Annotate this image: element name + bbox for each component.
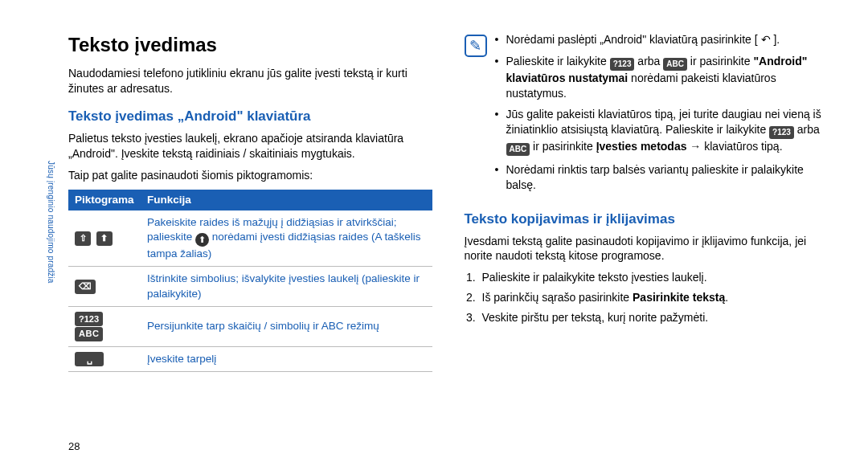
num-inline-icon: ?123 (610, 58, 635, 71)
row4-desc: Įveskite tarpelį (141, 346, 432, 371)
subheading-copy-paste: Teksto kopijavimas ir įklijavimas (465, 210, 829, 229)
backspace-icon: ⌫ (75, 280, 96, 294)
list-item: Norėdami paslėpti „Android" klaviatūrą p… (495, 32, 829, 47)
num-inline-icon-2: ?123 (769, 126, 794, 139)
subheading-android-keyboard: Teksto įvedimas „Android" klaviatūra (68, 108, 432, 126)
side-tab-label: Jūsų įrenginio naudojimo pradžia (47, 161, 55, 284)
list-item: Norėdami rinktis tarp balsės variantų pa… (495, 162, 829, 193)
shift-icon: ⇧ (75, 231, 91, 246)
table-row: ⌫ Ištrinkite simbolius; išvalykite įvest… (68, 267, 432, 306)
step-item: Palieskite ir palaikykite teksto įvestie… (479, 270, 829, 285)
abc-inline-icon-2: ABC (506, 143, 530, 156)
abc-inline-icon: ABC (663, 58, 687, 71)
shift-lock-icon: ⬆ (96, 231, 113, 246)
main-heading: Teksto įvedimas (68, 32, 432, 58)
row1-desc: Pakeiskite raides iš mažųjų į didžiąsias… (141, 210, 432, 267)
row2-desc: Ištrinkite simbolius; išvalykite įvestie… (141, 267, 432, 306)
space-icon: ␣ (75, 352, 104, 366)
table-row: ⇧ ⬆ Pakeiskite raides iš mažųjų į didžią… (68, 210, 432, 267)
step-item: Veskite pirštu per tekstą, kurį norite p… (479, 310, 829, 325)
list-item: Palieskite ir laikykite ?123 arba ABC ir… (495, 54, 829, 101)
android-desc-2: Taip pat galite pasinaudoti šiomis pikto… (68, 168, 432, 183)
note-list: Norėdami paslėpti „Android" klaviatūrą p… (495, 32, 829, 199)
steps-list: Palieskite ir palaikykite teksto įvestie… (479, 270, 829, 325)
back-arrow-icon: ↶ (761, 33, 771, 46)
table-row: ␣ Įveskite tarpelį (68, 346, 432, 371)
icon-function-table: Piktograma Funkcija ⇧ ⬆ Pakeiskite raide… (68, 190, 432, 372)
table-row: ?123 ABC Persijunkite tarp skaičių / sim… (68, 306, 432, 346)
th-pictogram: Piktograma (68, 190, 141, 210)
intro-text: Naudodamiesi telefono jutikliniu ekranu … (68, 66, 432, 96)
abc-icon: ABC (75, 327, 103, 341)
shift-circle-icon: ⬆ (195, 233, 209, 247)
row3-desc: Persijunkite tarp skaičių / simbolių ir … (141, 306, 432, 346)
step-item: Iš parinkčių sąrašo pasirinkite Pasirink… (479, 290, 829, 305)
list-item: Jūs galite pakeisti klaviatūros tipą, je… (495, 107, 829, 155)
page-number: 28 (68, 440, 80, 452)
page-content: Teksto įvedimas Naudodamiesi telefono ju… (0, 0, 868, 470)
right-column: ✎ Norėdami paslėpti „Android" klaviatūrą… (465, 32, 829, 454)
note-icon: ✎ (465, 35, 487, 57)
left-column: Teksto įvedimas Naudodamiesi telefono ju… (68, 32, 432, 454)
copy-paste-desc: Įvesdami tekstą galite pasinaudoti kopij… (465, 234, 829, 264)
note-block: ✎ Norėdami paslėpti „Android" klaviatūrą… (465, 32, 829, 199)
num-icon: ?123 (75, 312, 103, 326)
android-desc-1: Palietus teksto įvesties laukelį, ekrano… (68, 131, 432, 161)
th-function: Funkcija (141, 190, 432, 210)
